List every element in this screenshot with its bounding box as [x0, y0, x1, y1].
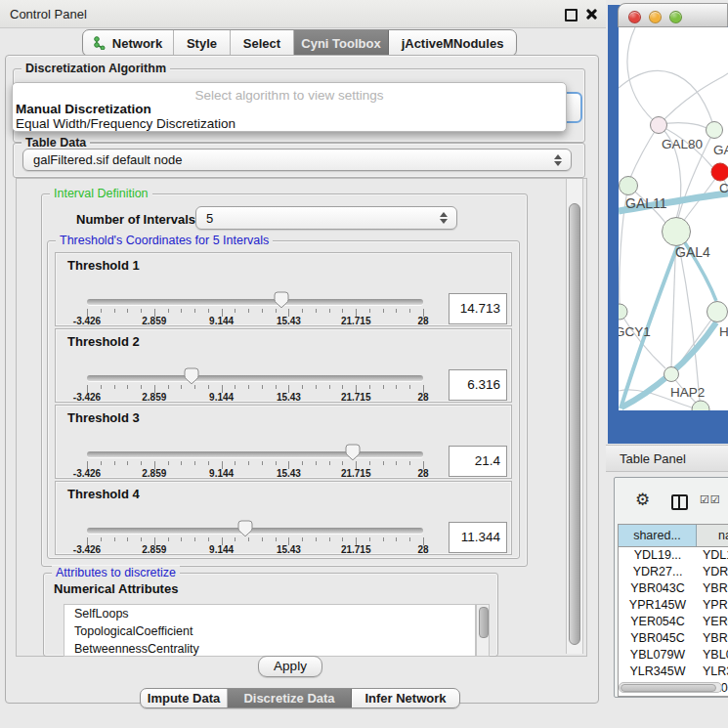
table-row[interactable]: YBL079WYBL0 [619, 647, 728, 664]
network-node-label: H [719, 324, 728, 339]
checkbox-columns-icon[interactable]: ☑☑ [700, 493, 721, 506]
threshold-value-field[interactable]: 14.713 [449, 293, 507, 324]
node-attribute-table[interactable]: shared...nameYDL19...YDL1YDR27...YDR2YBR… [618, 524, 728, 697]
cell-shared-name: YDR27... [619, 564, 697, 580]
threshold-value-field[interactable]: 11.344 [449, 522, 507, 553]
network-node-label: GAL4 [675, 244, 710, 260]
tab-network[interactable]: Network [83, 30, 174, 56]
split-columns-icon[interactable] [671, 494, 688, 510]
table-horizontal-scrollbar[interactable] [619, 682, 722, 693]
slider-tick-labels: -3.4262.8599.14415.4321.71528 [56, 316, 511, 326]
tab-label: Impute Data [148, 691, 220, 706]
network-node[interactable] [707, 302, 728, 322]
zoom-traffic-light-icon[interactable] [669, 11, 682, 23]
threshold-value-field[interactable]: 21.4 [449, 446, 507, 477]
table-row[interactable]: YLR345WYLR3 [619, 664, 728, 680]
tab-infer-network[interactable]: Infer Network [352, 689, 459, 707]
slider-track[interactable] [87, 299, 423, 305]
attributes-group: Attributes to discretize Numerical Attri… [43, 573, 498, 657]
minimize-traffic-light-icon[interactable] [649, 11, 662, 23]
cell-shared-name: YPR145W [619, 597, 697, 614]
table-panel-titlebar: Table Panel [606, 445, 728, 472]
network-node-label: GCY1 [619, 324, 651, 339]
network-node-label: GA [713, 143, 728, 157]
cell-name: YPR1 [697, 597, 728, 614]
table-row[interactable]: YDR27...YDR2 [619, 564, 728, 580]
network-node[interactable] [619, 304, 627, 320]
attributes-list-scrollbar[interactable] [476, 604, 490, 657]
slider-tick-labels: -3.4262.8599.14415.4321.71528 [56, 392, 511, 403]
slider-track[interactable] [87, 528, 423, 534]
tab-discretize-data[interactable]: Discretize Data [228, 689, 352, 707]
threshold-panel: Threshold 4-3.4262.8599.14415.4321.71528… [55, 481, 512, 555]
network-node[interactable] [711, 163, 728, 181]
network-node[interactable] [620, 177, 638, 195]
table-row[interactable]: YBR045CYBR0 [619, 630, 728, 647]
tab-select[interactable]: Select [231, 30, 294, 56]
network-node[interactable] [707, 122, 723, 139]
table-row[interactable]: YPR145WYPR1 [619, 597, 728, 614]
tab-label: Infer Network [364, 691, 446, 706]
close-icon[interactable] [585, 8, 597, 20]
vertical-scrollbar[interactable] [566, 179, 583, 654]
tab-cyni-toolbox[interactable]: Cyni Toolbox [294, 30, 389, 56]
network-edge[interactable] [627, 27, 659, 125]
slider-track[interactable] [87, 451, 423, 457]
column-header-shared-name[interactable]: shared... [619, 525, 697, 546]
threshold-label: Threshold 1 [67, 258, 140, 273]
slider-thumb[interactable] [237, 520, 253, 537]
network-node[interactable] [651, 117, 667, 134]
network-node-label: GAL11 [625, 195, 667, 211]
threshold-panel: Threshold 1-3.4262.8599.14415.4321.71528… [55, 252, 512, 326]
tab-label: jActiveMNodules [402, 36, 504, 51]
threshold-value-field[interactable]: 6.316 [449, 369, 507, 401]
numerical-attributes-list[interactable]: SelfLoopsTopologicalCoefficientBetweenne… [64, 604, 476, 657]
cell-name: YDR2 [697, 564, 728, 580]
attributes-scrollbar-thumb[interactable] [479, 607, 489, 638]
slider-thumb[interactable] [184, 367, 199, 385]
number-of-intervals-combo[interactable]: 5 [195, 206, 457, 230]
table-header-row: shared...name [619, 525, 728, 547]
attribute-list-item[interactable]: TopologicalCoefficient [64, 622, 475, 640]
attribute-list-item[interactable]: SelfLoops [64, 605, 475, 622]
tab-label: Cyni Toolbox [301, 36, 380, 51]
scrollbar-thumb[interactable] [569, 203, 580, 645]
cell-name: YBL0 [697, 647, 728, 664]
network-canvas[interactable]: GAL80GACGAL11GAL4GCY1HHAP2 [619, 27, 728, 410]
dropdown-option[interactable]: Equal Width/Frequency Discretization [16, 116, 236, 131]
table-data-combo-value: galFiltered.sif default node [33, 152, 182, 167]
table-row[interactable]: YBR043CYBR0 [619, 580, 728, 597]
table-row[interactable]: YER054CYER0 [619, 614, 728, 630]
close-traffic-light-icon[interactable] [628, 11, 641, 23]
threshold-label: Threshold 4 [67, 487, 140, 501]
table-data-combo[interactable]: galFiltered.sif default node [22, 149, 572, 171]
threshold-panel: Threshold 3-3.4262.8599.14415.4321.71528… [55, 405, 512, 479]
tab-jactivemnodules[interactable]: jActiveMNodules [389, 30, 516, 56]
slider-thumb[interactable] [345, 444, 361, 461]
top-tab-bar: NetworkStyleSelectCyni ToolboxjActiveMNo… [82, 29, 517, 57]
cell-shared-name: YLR345W [619, 664, 697, 680]
tab-style[interactable]: Style [174, 30, 231, 56]
slider-thumb[interactable] [274, 291, 289, 309]
apply-button[interactable]: Apply [258, 656, 322, 677]
table-row[interactable]: YDL19...YDL1 [619, 547, 728, 564]
float-window-icon[interactable] [565, 9, 578, 21]
dropdown-option[interactable]: Manual Discretization [16, 102, 151, 116]
network-icon [94, 36, 107, 50]
panel-title: Control Panel [10, 7, 87, 21]
slider-track[interactable] [87, 375, 423, 381]
network-node[interactable] [663, 218, 691, 246]
gear-icon[interactable]: ⚙ [635, 490, 650, 510]
tab-impute-data[interactable]: Impute Data [141, 689, 228, 707]
attribute-list-item[interactable]: BetweennessCentrality [64, 640, 475, 657]
network-edge[interactable] [630, 125, 659, 178]
network-node[interactable] [664, 367, 679, 382]
network-edge[interactable] [659, 73, 728, 125]
algorithm-group-title: Discretization Algorithm [21, 62, 170, 75]
algorithm-dropdown-popup: Select algorithm to view settings Manual… [12, 82, 567, 132]
hscrollbar-thumb[interactable] [621, 684, 716, 692]
column-header-name[interactable]: name [697, 525, 728, 546]
network-window-titlebar[interactable] [618, 3, 728, 27]
network-edge[interactable] [619, 70, 712, 122]
cell-shared-name: YBR045C [619, 630, 697, 647]
